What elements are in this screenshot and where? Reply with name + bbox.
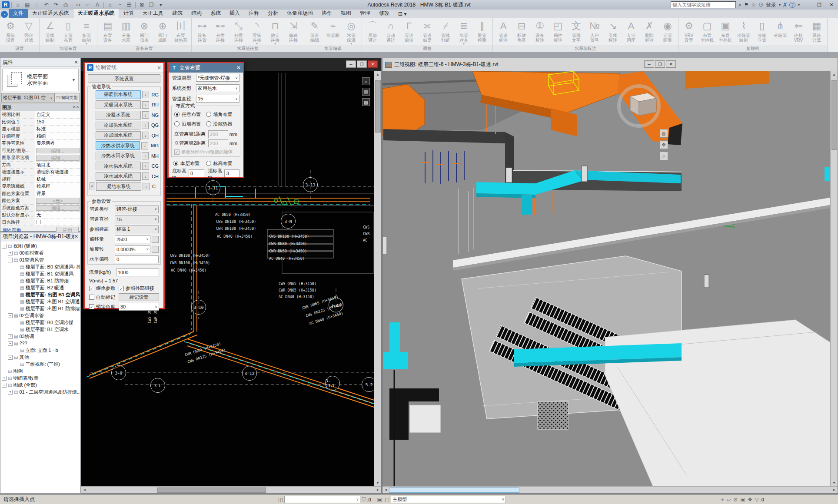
- tree-item[interactable]: +▤03协调: [2, 333, 80, 340]
- tree-item[interactable]: +▤01 - 二层空调通风及防排烟...: [2, 388, 80, 395]
- lock-angle-checkbox[interactable]: ✓: [89, 304, 94, 309]
- tree-item[interactable]: +▤00临时查看: [2, 249, 80, 256]
- tab-注释[interactable]: 注释: [244, 9, 263, 18]
- expander-icon[interactable]: −: [8, 258, 13, 262]
- 3d-view-titlebar[interactable]: 三维视图: 楼层三维-6 - HMW-3栋-B1-暖通.rvt ─ ❐ ✕: [382, 58, 838, 71]
- filter-icon[interactable]: ▽: [755, 497, 759, 503]
- ribbon-button-立管细显[interactable]: ◉立管细显: [658, 19, 677, 43]
- insert-down-icon[interactable]: ↓: [142, 132, 149, 139]
- system-button-C[interactable]: 凝结水系统: [96, 182, 141, 191]
- close-hidden-windows-icon[interactable]: ⊠: [137, 1, 146, 9]
- ribbon-button-管线文字[interactable]: 文管线文字: [567, 19, 585, 43]
- ribbon-button-重管检测[interactable]: ∥重管检测: [473, 19, 491, 43]
- radio-icon[interactable]: [173, 161, 178, 166]
- sync-icon[interactable]: ◌: [33, 1, 41, 9]
- signin-user-icon[interactable]: ⚇: [758, 2, 763, 8]
- expander-icon[interactable]: +: [8, 390, 13, 395]
- property-value[interactable]: 背景: [35, 190, 80, 197]
- vertical-scrollbar[interactable]: ▲ ▼: [374, 71, 381, 486]
- horizontal-scrollbar[interactable]: ◄ ►: [382, 486, 838, 493]
- communication-center-icon[interactable]: ⚑: [744, 2, 749, 8]
- aligned-dimension-icon[interactable]: ⌐: [83, 1, 92, 9]
- ribbon-button-水管刷[interactable]: ⌁水管刷: [324, 19, 342, 38]
- ribbon-button-管线绘制[interactable]: ∠管线绘制: [41, 19, 59, 43]
- restore-button[interactable]: ❐: [815, 1, 824, 8]
- radio-icon[interactable]: [206, 112, 211, 117]
- ribbon-button-阀件标注[interactable]: ◰阀件标注: [549, 19, 567, 43]
- select-pinned-icon[interactable]: ⊘: [733, 497, 738, 503]
- wall1-distance-input[interactable]: 200: [208, 130, 228, 138]
- system-button-MG[interactable]: 冷热水供水系统: [96, 141, 140, 150]
- tree-item[interactable]: ▤楼层平面: B1 空调通风: [2, 270, 80, 277]
- property-value[interactable]: 清理所有墙连接: [35, 169, 80, 176]
- tree-item[interactable]: ▤楼层平面: 出图 B1 防排烟: [2, 305, 80, 312]
- edit-type-button[interactable]: ❐ 编辑类型: [54, 93, 80, 103]
- ribbon-button-管道偏转[interactable]: Γ管道偏转: [400, 19, 418, 43]
- top-elevation-input[interactable]: 3: [224, 169, 239, 177]
- open-file-icon[interactable]: ⌂: [13, 1, 22, 9]
- search-go-icon[interactable]: ⌕: [738, 2, 742, 8]
- system-settings-button[interactable]: 系统设置: [88, 74, 160, 83]
- tree-item[interactable]: −▤01空调风管: [2, 256, 80, 263]
- ribbon-button-管道贴梁[interactable]: ≍管道贴梁: [418, 19, 436, 43]
- property-edit-button[interactable]: <无>: [36, 198, 80, 204]
- system-button-RG[interactable]: 采暖供水系统: [96, 90, 141, 99]
- tree-item[interactable]: ▤楼层平面: 出图 B1 空调风: [2, 291, 80, 298]
- property-value[interactable]: 无: [35, 212, 80, 219]
- radio-icon[interactable]: [174, 112, 180, 117]
- insert-down-icon[interactable]: ↓: [142, 122, 149, 129]
- ribbon-button-冷媒立管[interactable]: ▯冷媒立管: [753, 19, 771, 43]
- dropdown-icon[interactable]: ▾: [798, 3, 800, 7]
- close-icon[interactable]: ✕: [368, 60, 378, 68]
- diameter-dropdown[interactable]: 15∨: [196, 95, 239, 103]
- property-value[interactable]: 精细: [35, 133, 80, 140]
- close-icon[interactable]: ✕: [236, 65, 241, 71]
- property-value[interactable]: 自定义: [35, 111, 80, 118]
- ribbon-button-阀门成组[interactable]: ⊕阀门成组: [153, 19, 172, 43]
- expander-icon[interactable]: +: [8, 251, 13, 255]
- tree-item[interactable]: ▤楼层平面: B1 空调水: [2, 326, 80, 333]
- tree-item[interactable]: −▤其他: [2, 354, 80, 361]
- radio-标高布置[interactable]: 标高布置: [206, 159, 239, 168]
- ribbon-button-阀门仪表[interactable]: ⊗阀门仪表: [135, 19, 153, 43]
- design-option-dropdown[interactable]: 主模型∨: [391, 496, 506, 503]
- tab-分析[interactable]: 分析: [263, 9, 283, 18]
- insert-down-icon[interactable]: ↓: [143, 183, 150, 190]
- tree-item[interactable]: ▤楼层平面: B2 暖通: [2, 284, 80, 291]
- section-icon[interactable]: ◔: [115, 1, 124, 9]
- tab-天正工具[interactable]: 天正工具: [138, 9, 168, 18]
- undo-icon[interactable]: ↶: [42, 1, 51, 9]
- system-type-dropdown[interactable]: 家用热水∨: [196, 84, 239, 92]
- help-icon[interactable]: ?: [789, 2, 795, 8]
- tab-文件[interactable]: 文件: [9, 9, 28, 18]
- ribbon-button-管道编辑[interactable]: ✎管道编辑: [306, 19, 324, 43]
- decrement-button[interactable]: -: [152, 236, 159, 243]
- insert-down-icon[interactable]: ↓: [141, 142, 148, 149]
- expander-icon[interactable]: +: [8, 334, 13, 339]
- insert-down-icon[interactable]: ↓: [142, 101, 149, 109]
- ribbon-button-管线打断[interactable]: ⌿管线打断: [436, 19, 455, 43]
- decrement-button[interactable]: -: [152, 246, 159, 253]
- property-value[interactable]: 150: [35, 119, 80, 126]
- tab-管理[interactable]: 管理: [356, 9, 375, 18]
- lock-angle-input[interactable]: 30 ∨: [119, 303, 159, 311]
- system-button-NG[interactable]: 冷凝水系统: [96, 111, 141, 119]
- tab-⊡ ▾[interactable]: ⊡ ▾: [394, 10, 411, 18]
- system-button-MH[interactable]: 冷热水回水系统: [96, 152, 140, 160]
- tab-插入[interactable]: 插入: [225, 9, 244, 18]
- expander-icon[interactable]: −: [2, 244, 7, 249]
- tree-item[interactable]: −▤???: [2, 340, 80, 347]
- view-select-dropdown[interactable]: 楼层平面: 出图 B1 空∨: [1, 93, 54, 103]
- tree-item[interactable]: ▤楼层平面: B0 空调通风+排: [2, 263, 80, 270]
- auto-tag-checkbox[interactable]: ✓: [89, 295, 94, 300]
- expander-icon[interactable]: −: [2, 383, 7, 388]
- minimize-button[interactable]: ─: [802, 1, 812, 8]
- ribbon-button-冷媒管绘制[interactable]: ⌇冷媒管绘制: [735, 19, 753, 43]
- pipe-type-dropdown[interactable]: *无缝钢管-焊接∨: [196, 74, 239, 82]
- revit-logo-icon[interactable]: R: [2, 1, 10, 8]
- property-value[interactable]: 项目北: [35, 162, 80, 169]
- tree-item[interactable]: ▤立面: 立面 1 - b: [2, 347, 80, 354]
- minimize-button[interactable]: ─: [644, 60, 654, 68]
- ribbon-button-分类连接[interactable]: ⊷分类连接: [211, 19, 229, 43]
- collapse-icon[interactable]: ^ ^: [73, 105, 79, 109]
